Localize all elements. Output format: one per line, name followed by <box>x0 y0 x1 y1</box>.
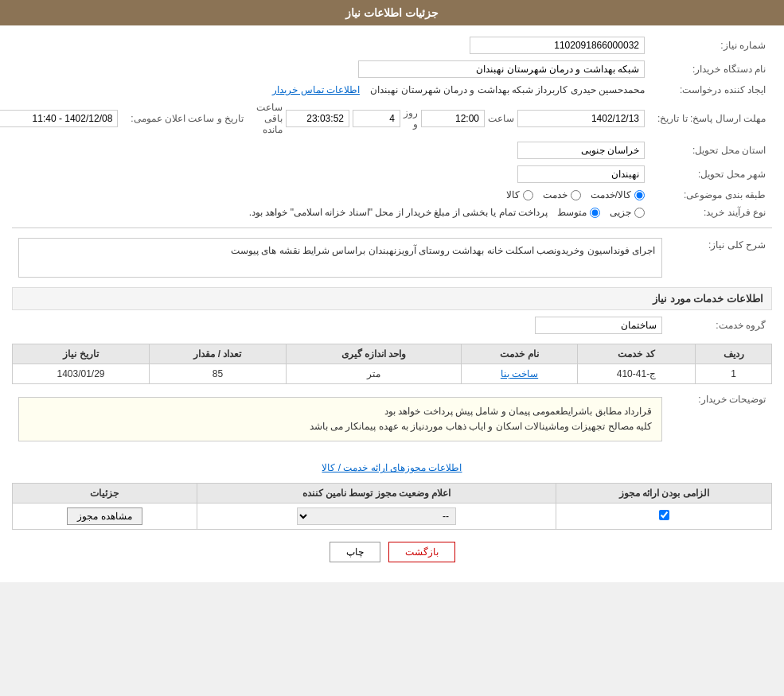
perm-required-checkbox[interactable] <box>659 510 669 520</box>
category-option3-label: کالا/خدمت <box>591 189 631 200</box>
deadline-date-input[interactable] <box>517 110 645 127</box>
main-info-table: شماره نیاز: نام دستگاه خریدار: ایجاد کنن… <box>0 33 772 221</box>
category-radio-group: کالا/خدمت خدمت کالا <box>256 189 645 200</box>
service-cell: 85 <box>150 364 287 384</box>
buyer-notes-table: توضیحات خریدار: قرارداد مطابق باشرایطعمو… <box>12 389 772 449</box>
page-header: جزئیات اطلاعات نیاز <box>0 0 784 25</box>
deadline-time-label: ساعت <box>488 113 514 124</box>
perm-status-cell: -- <box>197 504 556 530</box>
buyer-note-line1: قرارداد مطابق باشرایطعمومی پیمان و شامل … <box>29 404 652 419</box>
announce-input[interactable] <box>0 110 118 127</box>
creator-label: ایجاد کننده درخواست: <box>651 81 772 99</box>
deadline-day-input[interactable] <box>353 110 400 127</box>
perm-details-cell: مشاهده مجوز <box>13 504 197 530</box>
service-name-link: ساخت بنا <box>462 364 578 384</box>
description-content: اجرای فونداسیون وخریدونصب اسکلت خانه بهد… <box>18 238 662 278</box>
buyer-notes-label: توضیحات خریدار: <box>669 389 772 449</box>
process-option-jozii[interactable]: جزیی <box>610 207 645 218</box>
buyer-org-input[interactable] <box>358 60 645 78</box>
city-label: شهر محل تحویل: <box>651 162 772 186</box>
services-col-header: تاریخ نیاز <box>13 344 150 364</box>
deadline-remaining-input[interactable] <box>286 110 349 127</box>
announce-label: تاریخ و ساعت اعلان عمومی: <box>124 99 250 138</box>
province-label: استان محل تحویل: <box>651 138 772 162</box>
permissions-link[interactable]: اطلاعات مجوزهای ارائه خدمت / کالا <box>12 457 772 478</box>
back-button[interactable]: بازگشت <box>388 542 455 562</box>
permissions-section: اطلاعات مجوزهای ارائه خدمت / کالا الزامی… <box>12 457 772 530</box>
process-radio-group: جزیی متوسط پرداخت تمام یا بخشی از مبلغ خ… <box>0 207 645 218</box>
perm-col-header: اعلام وضعیت مجوز توسط نامین کننده <box>197 484 556 504</box>
category-option-kala-khadmat[interactable]: کالا/خدمت <box>591 189 645 200</box>
process-option1-label: جزیی <box>610 207 631 218</box>
group-label: گروه خدمت: <box>669 313 772 337</box>
services-section-title: اطلاعات خدمات مورد نیاز <box>12 287 772 310</box>
services-col-header: کد خدمت <box>577 344 695 364</box>
services-col-header: نام خدمت <box>462 344 578 364</box>
description-label: شرح کلی نیاز: <box>669 235 772 281</box>
footer-buttons: بازگشت چاپ <box>12 530 772 574</box>
creator-value: محمدحسین حیدری کاربرداز شبکه بهداشت و در… <box>370 84 645 95</box>
city-input[interactable] <box>517 165 645 183</box>
services-col-header: تعداد / مقدار <box>150 344 287 364</box>
category-label: طبقه بندی موضوعی: <box>651 186 772 204</box>
services-table: ردیفکد خدمتنام خدمتواحد اندازه گیریتعداد… <box>12 344 772 384</box>
process-option2-label: متوسط <box>557 207 587 218</box>
deadline-day-label: روز و <box>404 107 418 130</box>
process-note: پرداخت تمام یا بخشی از مبلغ خریدار از مح… <box>249 207 548 218</box>
permissions-table: الزامی بودن ارائه مجوزاعلام وضعیت مجوز ت… <box>12 483 772 530</box>
description-table: شرح کلی نیاز: اجرای فونداسیون وخریدونصب … <box>12 235 772 281</box>
divider1 <box>12 227 772 228</box>
perm-col-header: جزئیات <box>13 484 197 504</box>
need-number-input[interactable] <box>470 37 645 54</box>
service-cell: ج-41-410 <box>577 364 695 384</box>
category-option2-label: خدمت <box>543 189 568 200</box>
need-number-label: شماره نیاز: <box>651 33 772 57</box>
services-group-table: گروه خدمت: <box>12 313 772 337</box>
services-col-header: ردیف <box>696 344 772 364</box>
service-cell: 1403/01/29 <box>13 364 150 384</box>
group-input[interactable] <box>535 317 662 334</box>
process-label: نوع فرآیند خرید: <box>651 204 772 221</box>
service-cell: 1 <box>696 364 772 384</box>
deadline-label: مهلت ارسال پاسخ: تا تاریخ: <box>651 99 772 138</box>
buyer-org-label: نام دستگاه خریدار: <box>651 57 772 81</box>
process-option-motavasset[interactable]: متوسط <box>557 207 600 218</box>
perm-col-header: الزامی بودن ارائه مجوز <box>556 484 772 504</box>
category-option-khadmat[interactable]: خدمت <box>543 189 581 200</box>
table-row: 1ج-41-410ساخت بنامتر851403/01/29 <box>13 364 772 384</box>
services-col-header: واحد اندازه گیری <box>286 344 461 364</box>
deadline-remaining-label: ساعت باقی مانده <box>256 102 283 135</box>
deadline-time-input[interactable] <box>421 110 485 127</box>
view-permission-button[interactable]: مشاهده مجوز <box>67 507 142 525</box>
category-option-kala[interactable]: کالا <box>506 189 533 200</box>
table-row: --مشاهده مجوز <box>13 504 772 530</box>
buyer-notes-content: قرارداد مطابق باشرایطعمومی پیمان و شامل … <box>18 397 662 441</box>
category-option1-label: کالا <box>506 189 520 200</box>
page-title: جزئیات اطلاعات نیاز <box>345 6 439 19</box>
province-input[interactable] <box>517 142 645 159</box>
buyer-note-line2: کلیه مصالح تجهیزات وماشینالات اسکان و ای… <box>29 419 652 434</box>
print-button[interactable]: چاپ <box>330 542 380 562</box>
perm-status-select[interactable]: -- <box>297 507 456 525</box>
perm-required-cell <box>556 504 772 530</box>
creator-link[interactable]: اطلاعات تماس خریدار <box>272 84 360 95</box>
service-cell: متر <box>286 364 461 384</box>
